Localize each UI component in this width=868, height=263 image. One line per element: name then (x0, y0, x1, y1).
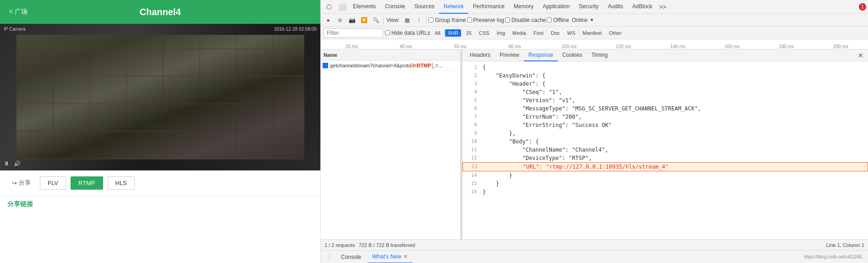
devtools-panel: ⬡ ⬜ Elements Console Sources Network Per… (321, 0, 868, 263)
response-line: 7 "ErrorNum": "200", (462, 113, 868, 121)
main-content: Name getchannelstream?channel=4&protol=R… (321, 49, 868, 239)
network-toolbar: ● ⊘ 📷 🔽 🔍 View: ▦ ⋮ Group frame Preserve… (321, 14, 868, 27)
offline-checkbox[interactable]: Offline (547, 17, 569, 23)
line-number: 11 (464, 146, 477, 154)
timeline-tick: 160 ms (705, 44, 759, 49)
line-text: }, (483, 129, 516, 137)
device-icon[interactable]: ⬜ (335, 0, 348, 13)
tab-audits[interactable]: Audits (603, 0, 627, 14)
tab-sources[interactable]: Sources (410, 0, 439, 14)
response-line: 16} (462, 188, 868, 196)
view-list-icon[interactable]: ⋮ (413, 15, 424, 26)
filter-img-btn[interactable]: Img (494, 29, 508, 37)
preserve-log-checkbox[interactable]: Preserve log (467, 17, 504, 23)
line-text: "Header": { (483, 80, 545, 88)
line-text: "ErrorString": "Success OK" (483, 121, 612, 129)
record-button[interactable]: ● (323, 15, 334, 26)
filter-input[interactable] (324, 28, 383, 38)
rtmp-tab-button[interactable]: RTMP (71, 176, 103, 190)
console-menu-icon[interactable]: ⋮ (324, 252, 335, 263)
line-text: } (483, 188, 486, 196)
line-number: 5 (464, 96, 477, 104)
tab-console[interactable]: Console (380, 0, 410, 14)
shelf-visual (16, 35, 304, 159)
filter-all-btn[interactable]: All (432, 29, 443, 37)
online-dropdown-icon[interactable]: ▼ (589, 17, 594, 22)
tab-memory[interactable]: Memory (509, 0, 538, 14)
line-number: 10 (464, 137, 477, 146)
line-number: 3 (464, 80, 477, 88)
share-link-area: 分享链接 (0, 196, 320, 213)
response-line: 1{ (462, 63, 868, 71)
request-list-header: Name (321, 49, 460, 60)
tab-security[interactable]: Security (574, 0, 603, 14)
timeline-tick: 20 ms (324, 44, 379, 49)
line-text: } (483, 180, 499, 188)
disable-cache-checkbox[interactable]: Disable cache (505, 17, 546, 23)
online-select[interactable]: Online (572, 17, 588, 23)
timeline-tick: 140 ms (651, 44, 705, 49)
response-line: 11 "ChannelName": "Channel4", (462, 146, 868, 154)
tab-adblock[interactable]: AdBlock (628, 0, 657, 14)
error-count-badge: 1 (859, 3, 866, 11)
response-line: 3 "Header": { (462, 80, 868, 88)
stop-button[interactable]: ⊘ (335, 15, 346, 26)
camera-button[interactable]: 📷 (346, 15, 357, 26)
response-content: 1{2 "EasyDarwin": {3 "Header": {4 "CSeq"… (462, 61, 868, 239)
line-number: 6 (464, 104, 477, 113)
hls-tab-button[interactable]: HLS (108, 176, 135, 190)
view-grid-icon[interactable]: ▦ (401, 15, 412, 26)
tab-elements[interactable]: Elements (348, 0, 380, 14)
tab-network[interactable]: Network (439, 0, 468, 14)
tab-response[interactable]: Response (524, 49, 558, 61)
line-text: "Version": "v1", (483, 96, 575, 104)
filter-css-btn[interactable]: CSS (476, 29, 492, 37)
line-text: "Body": { (483, 137, 539, 146)
tab-performance[interactable]: Performance (468, 0, 509, 14)
video-timestamp: 2016-12-28 02:58:00 (274, 27, 317, 32)
hide-data-urls-checkbox[interactable]: Hide data URLs (385, 30, 430, 36)
flv-tab-button[interactable]: FLV (40, 176, 66, 190)
response-line: 13 "URL": "rtmp://127.0.0.1:10935/hls/st… (462, 162, 868, 171)
request-item[interactable]: getchannelstream?channel=4&protol=RTMP_=… (321, 60, 460, 71)
inspect-icon[interactable]: ⬡ (323, 0, 335, 13)
response-line: 6 "MessageType": "MSG_SC_SERVER_GET_CHAN… (462, 104, 868, 113)
volume-icon[interactable]: 🔊 (14, 160, 21, 167)
filter-manifest-btn[interactable]: Manifest (580, 29, 604, 37)
response-line: 5 "Version": "v1", (462, 96, 868, 104)
filter-doc-btn[interactable]: Doc (548, 29, 563, 37)
tab-preview[interactable]: Preview (495, 49, 524, 61)
group-frame-checkbox[interactable]: Group frame (429, 17, 466, 23)
console-tab-button[interactable]: Console (336, 251, 366, 263)
filter-js-btn[interactable]: JS (463, 29, 474, 37)
bottom-url: https://blog.csdn.net/u01249... (804, 254, 865, 259)
detail-tab-bar: Headers Preview Response Cookies Timing … (462, 49, 868, 61)
share-button[interactable]: ↪ 分享 (7, 176, 35, 190)
request-list: Name getchannelstream?channel=4&protol=R… (321, 49, 461, 239)
pause-icon[interactable]: ⏸ (4, 160, 9, 167)
filter-xhr-btn[interactable]: XHR (445, 29, 461, 37)
left-panel: < 广场 Channel4 IP Camera 2016-12-28 02:58… (0, 0, 321, 263)
more-tabs-button[interactable]: >> (657, 3, 668, 11)
status-bar: 1 / 2 requests 722 B / 722 B transferred… (321, 239, 868, 250)
response-line: 14 } (462, 171, 868, 180)
back-button[interactable]: < 广场 (9, 8, 27, 16)
tab-headers[interactable]: Headers (465, 49, 495, 61)
filter-media-btn[interactable]: Media (510, 29, 529, 37)
tab-application[interactable]: Application (538, 0, 574, 14)
filter-font-btn[interactable]: Font (531, 29, 546, 37)
tab-timing[interactable]: Timing (587, 49, 612, 61)
name-column-header: Name (324, 52, 337, 58)
whats-new-tab-button[interactable]: What's New ✕ (368, 251, 412, 263)
share-icon: ↪ (12, 180, 17, 186)
request-name: getchannelstream?channel=4&protol=RTMP_=… (330, 63, 458, 68)
filter-ws-btn[interactable]: WS (565, 29, 578, 37)
search-button[interactable]: 🔍 (370, 15, 381, 26)
line-text: "DeviceType": "RTSP", (483, 154, 592, 162)
whats-new-close-button[interactable]: ✕ (403, 253, 408, 260)
close-detail-button[interactable]: ✕ (856, 52, 865, 59)
response-line: 10 "Body": { (462, 137, 868, 146)
filter-toggle-button[interactable]: 🔽 (358, 15, 369, 26)
tab-cookies[interactable]: Cookies (558, 49, 587, 61)
filter-other-btn[interactable]: Other (606, 29, 625, 37)
